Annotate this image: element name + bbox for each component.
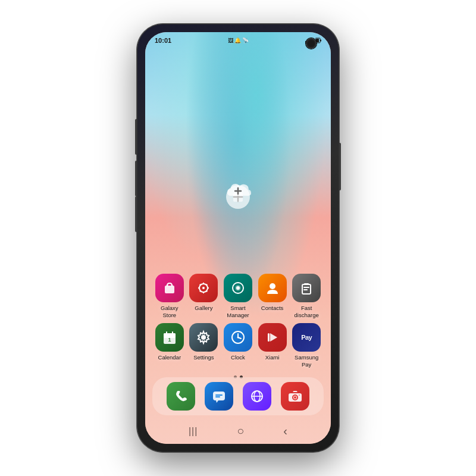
app-gallery[interactable]: Gallery <box>187 274 220 318</box>
fast-discharge-icon[interactable] <box>292 274 321 302</box>
add-widget-area[interactable] <box>225 178 251 199</box>
app-smart-manager[interactable]: SmartManager <box>221 274 255 318</box>
cast-icon: 📡 <box>242 37 249 43</box>
svg-rect-42 <box>213 392 225 400</box>
svg-rect-5 <box>320 40 321 42</box>
svg-rect-29 <box>303 289 308 290</box>
camera-svg <box>287 389 303 404</box>
svg-rect-28 <box>303 287 309 288</box>
app-contacts[interactable]: Contacts <box>256 274 289 318</box>
svg-line-21 <box>200 291 201 292</box>
phone-device: 10:01 🖼 🔔 📡 <box>137 24 339 452</box>
smart-manager-label: SmartManager <box>227 305 249 318</box>
dock-internet-icon[interactable] <box>243 382 271 411</box>
smart-manager-icon[interactable] <box>224 274 252 302</box>
svg-point-51 <box>294 396 296 399</box>
svg-point-52 <box>299 394 300 396</box>
nav-bar: ||| ○ ‹ <box>145 424 331 438</box>
app-row-1: GalaxyStore <box>152 274 324 318</box>
recent-apps-button[interactable]: ||| <box>189 426 198 437</box>
svg-rect-45 <box>215 396 220 397</box>
dock-camera-icon[interactable] <box>281 382 309 411</box>
svg-point-10 <box>166 285 168 287</box>
contacts-svg <box>264 280 281 296</box>
gallery-icon[interactable] <box>189 274 218 302</box>
clock-svg <box>230 329 246 346</box>
settings-label: Settings <box>193 354 214 361</box>
back-button[interactable]: ‹ <box>283 424 287 438</box>
app-calendar[interactable]: 1 Calendar <box>153 323 186 368</box>
svg-marker-40 <box>270 333 277 342</box>
settings-icon[interactable] <box>189 323 218 352</box>
svg-marker-43 <box>216 400 218 403</box>
xiami-svg <box>264 329 281 346</box>
svg-point-13 <box>202 287 205 289</box>
svg-line-18 <box>200 284 201 285</box>
contacts-label: Contacts <box>261 305 284 311</box>
svg-point-25 <box>270 283 275 289</box>
dock <box>152 377 324 415</box>
galaxy-store-svg <box>161 280 178 296</box>
fast-discharge-svg <box>298 280 315 296</box>
clock-label: Clock <box>231 354 245 361</box>
svg-rect-9 <box>165 286 174 293</box>
app-fast-discharge[interactable]: Fastdischarge <box>290 274 323 318</box>
samsung-pay-text: Pay <box>301 334 312 341</box>
dock-messages[interactable] <box>202 382 236 411</box>
samsung-pay-icon[interactable]: Pay <box>292 323 321 352</box>
contacts-icon[interactable] <box>258 274 287 302</box>
samsung-pay-label: SamsungPay <box>295 354 318 368</box>
settings-svg <box>195 329 212 346</box>
gallery-svg <box>195 280 212 296</box>
calendar-icon[interactable]: 1 <box>155 323 184 352</box>
dock-messages-icon[interactable] <box>205 382 233 411</box>
cloud-plus-icon <box>225 178 251 199</box>
app-row-2: 1 Calendar Settings <box>152 323 324 368</box>
svg-rect-27 <box>304 283 309 285</box>
dock-phone[interactable] <box>164 382 198 411</box>
svg-point-11 <box>171 285 173 287</box>
dock-phone-icon[interactable] <box>167 382 195 411</box>
fast-discharge-label: Fastdischarge <box>295 305 319 318</box>
xiami-label: Xiami <box>265 354 280 361</box>
svg-point-24 <box>236 286 240 290</box>
dock-internet[interactable] <box>240 382 274 411</box>
app-galaxy-store[interactable]: GalaxyStore <box>153 274 186 318</box>
gallery-label: Gallery <box>195 305 212 311</box>
app-grid: GalaxyStore <box>145 274 331 372</box>
app-samsung-pay[interactable]: Pay SamsungPay <box>290 323 323 368</box>
home-button[interactable]: ○ <box>237 424 244 438</box>
dock-camera[interactable] <box>278 382 312 411</box>
internet-svg <box>249 389 265 404</box>
notification-icon: 🔔 <box>234 37 241 43</box>
calendar-svg: 1 <box>161 329 178 346</box>
svg-text:1: 1 <box>168 337 171 343</box>
status-center-icons: 🖼 🔔 📡 <box>228 37 249 43</box>
app-clock[interactable]: Clock <box>221 323 255 368</box>
galaxy-store-label: GalaxyStore <box>161 305 178 318</box>
front-camera <box>306 38 317 49</box>
cloud-icon <box>225 178 251 199</box>
phone-screen: 10:01 🖼 🔔 📡 <box>145 32 331 444</box>
xiami-icon[interactable] <box>258 323 287 352</box>
phone-svg <box>173 389 189 404</box>
app-xiami[interactable]: Xiami <box>256 323 289 368</box>
clock-icon[interactable] <box>224 323 252 352</box>
smart-manager-svg <box>230 280 246 296</box>
messages-svg <box>211 389 227 404</box>
svg-rect-44 <box>215 394 223 396</box>
calendar-label: Calendar <box>158 354 181 361</box>
status-time: 10:01 <box>155 37 171 44</box>
svg-line-19 <box>206 291 207 292</box>
status-bar: 10:01 🖼 🔔 📡 <box>145 32 331 49</box>
svg-line-20 <box>206 284 207 285</box>
svg-rect-41 <box>268 333 270 342</box>
svg-point-39 <box>237 337 239 339</box>
galaxy-store-icon[interactable] <box>155 274 184 302</box>
svg-point-35 <box>201 335 206 340</box>
app-settings[interactable]: Settings <box>187 323 220 368</box>
media-icon: 🖼 <box>228 37 233 43</box>
